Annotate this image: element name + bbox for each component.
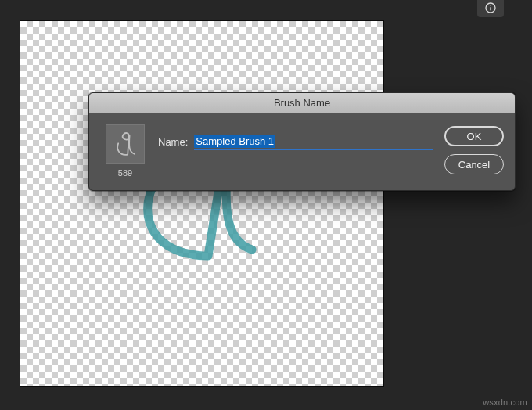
document-canvas[interactable]: [20, 21, 383, 386]
dialog-buttons: OK Cancel: [444, 124, 504, 174]
ok-button[interactable]: OK: [444, 126, 504, 146]
brush-name-dialog: Brush Name 589 Name: Sampled Brush 1 OK …: [88, 92, 516, 191]
dialog-title: Brush Name: [274, 97, 330, 109]
transparency-grid: [20, 21, 383, 386]
name-input[interactable]: [194, 134, 433, 149]
dialog-titlebar[interactable]: Brush Name: [89, 93, 515, 113]
watermark: wsxdn.com: [483, 397, 527, 407]
brush-thumbnail-column: 589: [103, 124, 147, 178]
name-field-row: Name: Sampled Brush 1: [158, 124, 433, 150]
cancel-button[interactable]: Cancel: [444, 154, 504, 174]
svg-point-2: [490, 5, 491, 5]
info-icon: [484, 2, 497, 16]
name-input-wrap[interactable]: Sampled Brush 1: [194, 134, 433, 150]
brush-thumbnail: [106, 124, 145, 164]
name-label: Name:: [158, 136, 188, 148]
brush-size-label: 589: [118, 168, 132, 178]
info-button[interactable]: [477, 0, 504, 17]
dialog-body: 589 Name: Sampled Brush 1 OK Cancel: [89, 113, 515, 190]
